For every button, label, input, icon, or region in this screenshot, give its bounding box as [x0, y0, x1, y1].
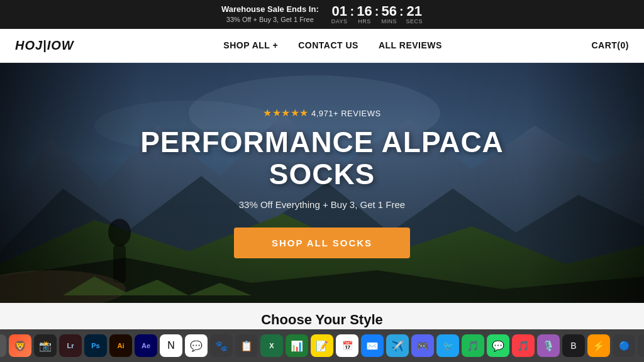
sep2: : [375, 4, 379, 24]
dock-icon-twitter[interactable]: 🐦 [436, 334, 459, 357]
nav-links: SHOP ALL + CONTACT US ALL REVIEWS [223, 40, 441, 50]
countdown-mins: 56 Mins [381, 4, 397, 25]
hero-section: ★★★★★ 4,971+ REVIEWS PERFORMANCE ALPACA … [0, 63, 644, 303]
countdown: 01 Days : 16 Hrs : 56 Mins : 21 Secs [331, 4, 423, 25]
logo[interactable]: HOJ|IOW [15, 38, 74, 53]
dock-icon-bezel[interactable]: B [562, 334, 585, 357]
dock-icon-notes[interactable]: 📝 [311, 334, 333, 357]
nav-link-shop-all[interactable]: SHOP ALL + [223, 40, 278, 50]
dock-icon-ps[interactable]: Ps [84, 334, 107, 357]
svg-rect-10 [113, 245, 126, 283]
hero-subtitle: 33% Off Everything + Buy 3, Get 1 Free [133, 199, 511, 210]
sale-text: Warehouse Sale Ends In: 33% Off + Buy 3,… [221, 4, 319, 25]
dock-icon-discord[interactable]: 🎮 [411, 334, 434, 357]
navbar: HOJ|IOW SHOP ALL + CONTACT US ALL REVIEW… [0, 29, 644, 63]
dock-icon-music[interactable]: 🎵 [512, 334, 535, 357]
dock-icon-photos[interactable]: 📸 [34, 334, 57, 357]
nav-link-all-reviews[interactable]: ALL REVIEWS [379, 40, 442, 50]
dock-icon-spotify[interactable]: 🎵 [462, 334, 484, 357]
nav-link-contact-us[interactable]: CONTACT US [298, 40, 358, 50]
shop-all-socks-button[interactable]: SHOP ALL SOCKS [234, 228, 410, 258]
sep3: : [399, 4, 404, 24]
hero-content: ★★★★★ 4,971+ REVIEWS PERFORMANCE ALPACA … [133, 107, 511, 258]
dock-icon-launchpad[interactable]: ⊞ [0, 334, 6, 357]
dock-icon-lr[interactable]: Lr [59, 334, 82, 357]
review-count: 4,971+ REVIEWS [311, 109, 381, 118]
countdown-secs: 21 Secs [406, 4, 423, 25]
countdown-days: 01 Days [331, 4, 348, 25]
dock-icon-voltage[interactable]: ⚡ [587, 334, 610, 357]
svg-point-9 [108, 219, 131, 246]
choose-style-title: Choose Your Style [261, 312, 383, 328]
dock-icon-bluetooth[interactable]: 🔵 [613, 334, 635, 357]
dock-icon-telegram[interactable]: ✈️ [386, 334, 409, 357]
dock-icon-podcast[interactable]: 🎙️ [537, 334, 560, 357]
dock-icon-numbers[interactable]: 📊 [286, 334, 308, 357]
dock-icon-brave[interactable]: 🦁 [9, 334, 31, 357]
macos-dock: 🔵 ⊞ 🦁 📸 Lr Ps Ai Ae N 💬 🐾 📋 X 📊 📝 📅 ✉️ ✈… [0, 329, 644, 362]
dock-icon-slack[interactable]: 💬 [185, 334, 208, 357]
sale-subtitle: 33% Off + Buy 3, Get 1 Free [221, 15, 319, 25]
sep1: : [350, 4, 355, 24]
dock-icon-notion[interactable]: N [160, 334, 182, 357]
dock-icon-mail[interactable]: ✉️ [361, 334, 384, 357]
stars-review: ★★★★★ 4,971+ REVIEWS [133, 107, 511, 119]
star-rating: ★★★★★ [263, 107, 309, 118]
dock-icon-ae[interactable]: Ae [135, 334, 157, 357]
dock-icon-calendar[interactable]: 📅 [336, 334, 358, 357]
dock-icon-excel[interactable]: X [260, 334, 283, 357]
dock-icon-paw[interactable]: 🐾 [210, 334, 233, 357]
sale-title: Warehouse Sale Ends In: [221, 4, 319, 15]
hero-title: PERFORMANCE ALPACA SOCKS [133, 126, 511, 190]
dock-icon-wifi[interactable]: 📶 [638, 334, 644, 357]
dock-icon-whatsapp[interactable]: 💬 [487, 334, 509, 357]
announcement-bar: Warehouse Sale Ends In: 33% Off + Buy 3,… [0, 0, 644, 29]
dock-icon-clipboard[interactable]: 📋 [235, 334, 258, 357]
countdown-hrs: 16 Hrs [357, 4, 372, 25]
cart-button[interactable]: CART(0) [591, 40, 629, 50]
dock-icon-ai[interactable]: Ai [109, 334, 132, 357]
